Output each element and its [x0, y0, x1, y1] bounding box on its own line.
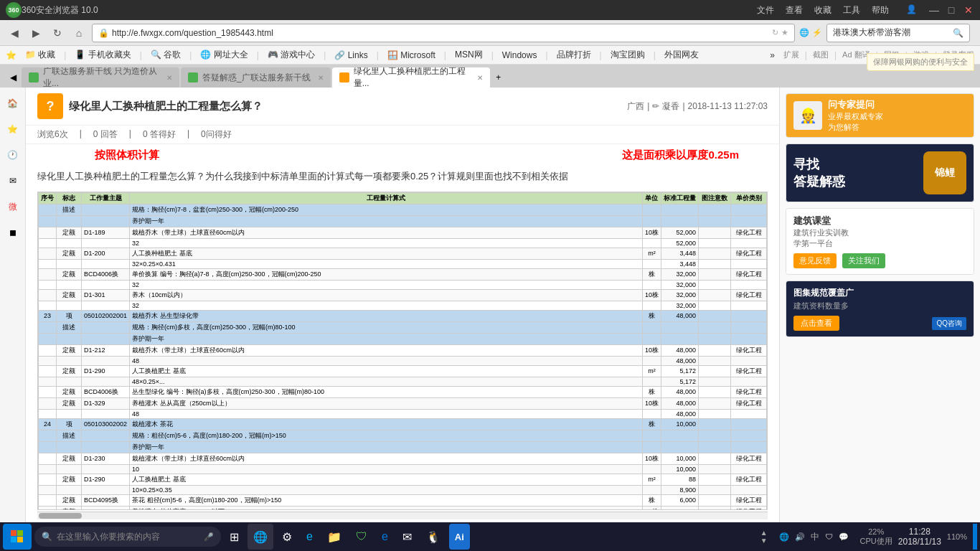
- table-row: 定额D1-329养植灌木 丛从高度（250cm以上）10株48,000绿化工程: [39, 397, 767, 409]
- sys-tray: 🌐 🔊 中 🛡 💬: [773, 531, 854, 543]
- close-btn[interactable]: ✕: [963, 4, 974, 16]
- sidebar-star-icon[interactable]: ⭐: [3, 119, 23, 139]
- bm-collect[interactable]: 📁 收藏: [22, 49, 58, 61]
- unresolved-stat: 0问得好: [201, 128, 232, 141]
- menu-fav[interactable]: 收藏: [814, 4, 831, 17]
- menu-view[interactable]: 查看: [786, 4, 803, 17]
- table-row: 定额BCD4006换单价换算 编号：胸径(a)7-8，高度(cm)250-300…: [39, 268, 767, 280]
- arch-feedback-btn[interactable]: 意见反馈: [793, 253, 837, 268]
- taskbar-ie[interactable]: e: [301, 524, 319, 550]
- bm-links[interactable]: 🔗 Links: [331, 50, 370, 60]
- table-row: 定额D1-212栽植乔木（带土球）土球直径60cm以内10株48,000绿化工程: [39, 344, 767, 356]
- minimize-btn[interactable]: —: [928, 4, 940, 16]
- atlas-bottom: 点击查看 QQ咨询: [793, 316, 966, 331]
- menu-tools[interactable]: 工具: [843, 4, 860, 17]
- files-icon: 📁: [327, 530, 341, 544]
- search-input[interactable]: 港珠澳大桥带游客潮 🔍: [826, 24, 970, 42]
- addon-2[interactable]: ⚡: [812, 28, 822, 37]
- taskbar-qq[interactable]: 🐧: [420, 524, 446, 550]
- tab2-close[interactable]: ✕: [318, 74, 324, 82]
- taskbar-browser[interactable]: 🌐: [248, 524, 273, 550]
- nav-links: 文件 查看 收藏 工具 帮助 👤: [757, 4, 917, 17]
- table-row: 4848,000: [39, 356, 767, 365]
- taskbar-edge[interactable]: e: [376, 524, 394, 550]
- expert-avatar: 👷: [793, 101, 822, 130]
- tab-3[interactable]: 绿化里人工换种植肥土的工程量... ✕: [332, 67, 490, 88]
- bm-microsoft[interactable]: 🪟 Microsoft: [385, 50, 438, 60]
- date-display: 2018/11/13: [898, 537, 941, 547]
- th-name: 工程量计算式: [130, 192, 643, 204]
- sidebar-home-icon[interactable]: 🏠: [3, 93, 23, 113]
- taskbar-mail[interactable]: ✉: [397, 524, 418, 550]
- bm-nav[interactable]: 🌐 网址大全: [197, 49, 250, 61]
- arch-actions: 意见反馈 关注我们: [793, 253, 966, 268]
- scrollbar-thumb[interactable]: [39, 513, 82, 519]
- tab-2[interactable]: 答疑解惑_广联达服务新干线 ✕: [181, 67, 331, 88]
- menu-help[interactable]: 帮助: [872, 4, 889, 17]
- atlas-content: 图集规范覆盖广 建筑资料数量多 点击查看 QQ咨询: [786, 281, 974, 336]
- th-cat: 单价类别: [731, 192, 767, 204]
- sidebar-history-icon[interactable]: 🕐: [3, 145, 23, 165]
- question-title-block: 绿化里人工换种植肥土的工程量怎么算？: [69, 100, 621, 113]
- back-btn[interactable]: ◀: [6, 24, 23, 42]
- maximize-btn[interactable]: □: [946, 4, 957, 16]
- bm-expand: 扩展: [783, 50, 799, 60]
- bm-game[interactable]: 🎮 游戏中心: [265, 49, 318, 61]
- bm-brand[interactable]: 品牌打折: [554, 49, 594, 61]
- location-block: 广西 | ✏ 凝香 | 2018-11-13 11:27:03: [627, 100, 768, 113]
- taskbar-search[interactable]: 🔍 在这里输入你要搜索的内容 🎤: [34, 527, 221, 547]
- start-button[interactable]: [3, 524, 32, 550]
- taskbar-search-text: 在这里输入你要搜索的内容: [57, 531, 160, 543]
- bm-mobile[interactable]: 📱 手机收藏夹: [72, 49, 133, 61]
- taskbar-ai-btn[interactable]: Ai: [449, 524, 470, 550]
- prev-tab-btn[interactable]: ◀: [6, 67, 20, 88]
- sidebar-weibo-icon[interactable]: 微: [3, 197, 23, 217]
- tray-antivirus-icon: 🛡: [825, 532, 833, 541]
- bm-msn[interactable]: MSN网: [452, 49, 486, 61]
- addon-icons: 🌐 ⚡: [799, 28, 822, 37]
- sidebar-mail-icon[interactable]: ✉: [3, 171, 23, 191]
- task-view-icon: ⊞: [230, 530, 239, 544]
- home-btn[interactable]: ⌂: [70, 24, 88, 42]
- bm-google[interactable]: 🔍 谷歌: [148, 49, 184, 61]
- battery-indicator: 110%: [947, 532, 967, 541]
- bm-foreign[interactable]: 外国网友: [661, 49, 702, 61]
- task-view-btn[interactable]: ⊞: [224, 524, 245, 550]
- bm-screenshot[interactable]: 截图: [813, 50, 829, 60]
- tabs-bar: ◀ 广联达服务新干线 只为造价从业... ✕ 答疑解惑_广联达服务新干线 ✕ 绿…: [0, 65, 980, 88]
- address-bar: ◀ ▶ ↻ ⌂ 🔒 http://e.fwxgx.com/question_19…: [0, 20, 980, 46]
- qq-icon: 🐧: [426, 530, 440, 544]
- sidebar-qr-icon[interactable]: ◼: [3, 222, 23, 242]
- arch-follow-btn[interactable]: 关注我们: [842, 253, 885, 268]
- horizontal-scrollbar[interactable]: [37, 512, 768, 519]
- forward-btn[interactable]: ▶: [27, 24, 44, 42]
- scroll-up-icon[interactable]: ▲: [760, 529, 768, 537]
- th-qty: 标准工程量: [661, 192, 699, 204]
- bm-more[interactable]: »: [767, 50, 778, 60]
- new-tab-btn[interactable]: +: [491, 67, 506, 88]
- atlas-view-btn[interactable]: 点击查看: [793, 316, 839, 331]
- cpu-value: 22%: [868, 527, 884, 536]
- bm-taobao[interactable]: 淘宝团购: [608, 49, 648, 61]
- taskbar-360[interactable]: 🛡: [350, 524, 373, 550]
- ask-expert-sub1: 业界最权威专家: [828, 111, 883, 122]
- svg-rect-0: [11, 530, 17, 536]
- tab3-close[interactable]: ✕: [477, 74, 483, 82]
- table-row: 3252,000: [39, 238, 767, 248]
- ask-expert-title: 问专家提问: [828, 98, 883, 111]
- tab1-close[interactable]: ✕: [166, 74, 172, 82]
- addon-1[interactable]: 🌐: [799, 28, 809, 37]
- user-icon: 👤: [906, 4, 917, 17]
- notification-panel-btn[interactable]: [973, 524, 977, 550]
- main-area: 🏠 ⭐ 🕐 ✉ 微 ◼ ? 绿化里人工换种植肥土的工程量怎么算？ 广西 | ✏ …: [0, 88, 980, 522]
- table-row: 24项050103002002栽植灌木 茶花株10,000: [39, 418, 767, 430]
- tab-1[interactable]: 广联达服务新干线 只为造价从业... ✕: [22, 67, 179, 88]
- refresh-btn[interactable]: ↻: [49, 24, 66, 42]
- taskbar-files[interactable]: 📁: [321, 524, 347, 550]
- bm-windows[interactable]: Windows: [499, 50, 540, 60]
- taskbar-mic-icon[interactable]: 🎤: [204, 532, 214, 542]
- url-input[interactable]: 🔒 http://e.fwxgx.com/question_1985443.ht…: [92, 24, 795, 42]
- taskbar-apps[interactable]: ⚙: [276, 524, 298, 550]
- menu-file[interactable]: 文件: [757, 4, 774, 17]
- scroll-down-icon[interactable]: ▼: [760, 537, 768, 545]
